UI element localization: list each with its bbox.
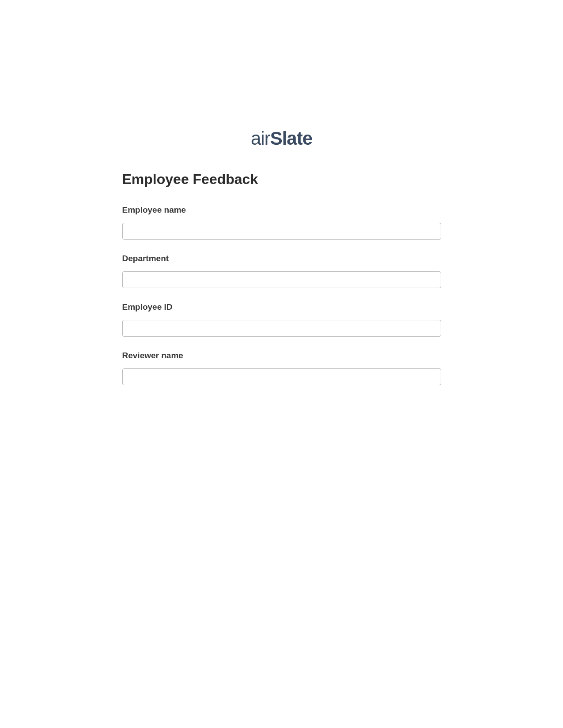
employee-id-label: Employee ID	[122, 302, 441, 312]
field-employee-id: Employee ID	[122, 302, 441, 337]
logo: airSlate	[122, 128, 441, 149]
field-employee-name: Employee name	[122, 205, 441, 240]
employee-id-input[interactable]	[122, 320, 441, 337]
logo-text: airSlate	[251, 128, 312, 149]
logo-prefix: air	[251, 128, 270, 149]
form-title: Employee Feedback	[122, 171, 441, 188]
reviewer-name-input[interactable]	[122, 368, 441, 385]
department-label: Department	[122, 254, 441, 263]
field-department: Department	[122, 254, 441, 288]
department-input[interactable]	[122, 271, 441, 288]
form-container: airSlate Employee Feedback Employee name…	[122, 0, 441, 385]
employee-name-input[interactable]	[122, 223, 441, 240]
reviewer-name-label: Reviewer name	[122, 351, 441, 360]
logo-suffix: Slate	[270, 128, 312, 149]
employee-name-label: Employee name	[122, 205, 441, 215]
field-reviewer-name: Reviewer name	[122, 351, 441, 385]
